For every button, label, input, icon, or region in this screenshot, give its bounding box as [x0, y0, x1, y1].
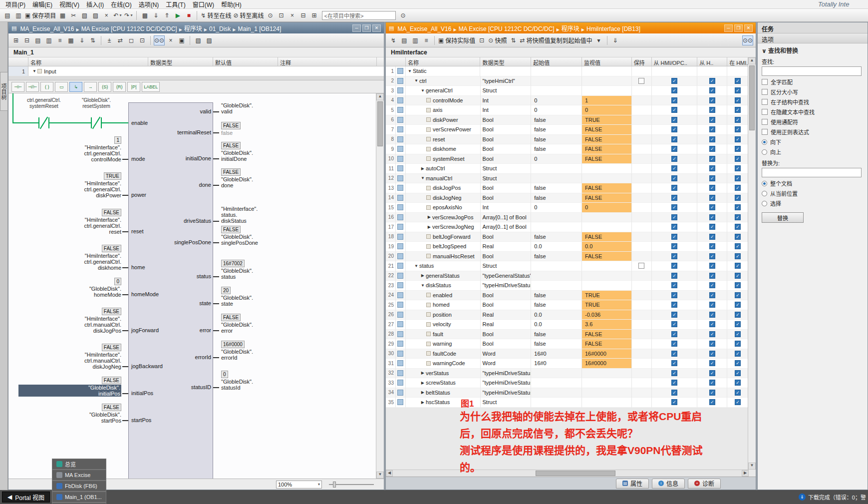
column-header[interactable]: 从 H..	[697, 57, 727, 66]
name-cell[interactable]: verScrewPower	[406, 125, 481, 135]
minimize-icon[interactable]: ─	[352, 24, 361, 32]
hmi-accessible-checkbox[interactable]: ✓	[671, 390, 677, 396]
datatype-cell[interactable]: Bool	[481, 232, 532, 242]
start-value-cell[interactable]: false	[531, 339, 582, 349]
start-value-cell[interactable]	[531, 378, 582, 388]
datatype-cell[interactable]: Bool	[481, 125, 532, 135]
chevron-right-icon[interactable]: ▶	[420, 273, 426, 278]
hmi-accessible-checkbox[interactable]: ✓	[671, 302, 677, 308]
name-cell[interactable]: ▼status	[406, 261, 481, 271]
go-online-button[interactable]: ↯转至在线	[200, 10, 232, 20]
interface-row-input[interactable]: 1▼Input	[8, 66, 384, 76]
monitor-value-cell[interactable]: -0.036	[582, 310, 632, 320]
table-row[interactable]: 13diskJogPosBoolfalseFALSE✓✓✓	[386, 183, 749, 193]
radio-button[interactable]	[762, 149, 767, 155]
taskbar-item[interactable]: MA Excise	[52, 470, 106, 481]
hmi-writable-checkbox[interactable]: ✓	[709, 282, 715, 288]
name-cell[interactable]: diskhome	[406, 144, 481, 154]
hmi-writable-checkbox[interactable]: ✓	[709, 253, 715, 259]
chevron-right-icon[interactable]: ▶	[420, 400, 426, 405]
start-value-cell[interactable]	[531, 369, 582, 379]
checkbox[interactable]	[762, 79, 768, 85]
column-header[interactable]: 名称	[406, 57, 481, 66]
nc-contact[interactable]	[91, 117, 102, 128]
table-row[interactable]: 30faultCodeWord16#016#0000✓✓✓	[386, 349, 749, 359]
hmi-writable-checkbox[interactable]: ✓	[709, 204, 715, 210]
datatype-cell[interactable]: "typeHmiCtrl"	[481, 76, 532, 86]
print-icon[interactable]: ▦	[57, 10, 67, 20]
operand-valid[interactable]: "GlobleDisk".valid	[221, 102, 301, 114]
table-row[interactable]: 15eposAxisNoInt00✓✓✓	[386, 203, 749, 213]
table-row[interactable]: 24enabledBoolfalseTRUE✓✓✓	[386, 291, 749, 301]
name-cell[interactable]: reset	[406, 135, 481, 145]
hmi-visible-checkbox[interactable]: ✓	[735, 87, 741, 93]
datatype-cell[interactable]: Bool	[481, 193, 532, 203]
breadcrumb-item[interactable]: MA_Excise_All_V16	[397, 25, 451, 32]
hmi-visible-checkbox[interactable]: ✓	[735, 312, 741, 318]
menu-item[interactable]: 帮助(H)	[218, 1, 245, 8]
hmi-visible-checkbox[interactable]: ✓	[735, 351, 741, 357]
redo-icon[interactable]: ↷▾	[123, 10, 133, 20]
hmi-writable-checkbox[interactable]: ✓	[709, 185, 715, 191]
table-row[interactable]: 10systemResetBool0FALSE✓✓✓	[386, 154, 749, 164]
insert-network-icon[interactable]: ⊞	[11, 35, 21, 45]
start-value-cell[interactable]: false	[531, 144, 582, 154]
datatype-cell[interactable]: Word	[481, 359, 532, 369]
datatype-cell[interactable]: "typeGeneralStatus"	[481, 271, 532, 281]
name-cell[interactable]: velocity	[406, 320, 481, 330]
tab-诊断[interactable]: +诊断	[688, 479, 721, 489]
name-cell[interactable]: warningCode	[406, 359, 481, 369]
start-value-cell[interactable]: 0.0	[531, 310, 582, 320]
name-cell[interactable]: ▶verStatus	[406, 369, 481, 379]
scroll-right-icon[interactable]: ▶	[742, 470, 749, 477]
table-row[interactable]: 17▶verScrewJogNegArray[0..1] of Bool✓✓✓	[386, 222, 749, 232]
table-row[interactable]: 16▶verScrewJogPosArray[0..1] of Bool✓✓✓	[386, 213, 749, 223]
float-icon[interactable]: ❐	[362, 24, 371, 32]
menu-item[interactable]: 工具(T)	[162, 1, 189, 8]
hmi-visible-checkbox[interactable]: ✓	[735, 126, 741, 132]
table-row[interactable]: 34▶beltStatus"typeHmiDriveStatus"✓✓✓	[386, 388, 749, 398]
table-row[interactable]: 28faultBoolfalseFALSE✓✓✓	[386, 330, 749, 340]
no-contact-icon[interactable]: ⊣⊢	[11, 82, 24, 92]
breadcrumb-item[interactable]: MA_Excise_All_V16	[20, 25, 74, 32]
table-row[interactable]: 27velocityReal0.03.6✓✓✓	[386, 320, 749, 330]
expand-all-icon[interactable]: ≡	[421, 35, 431, 45]
menu-item[interactable]: 插入(I)	[83, 1, 107, 8]
chevron-right-icon[interactable]: ▶	[426, 225, 432, 229]
nc-contact-icon[interactable]: ⊣/⊢	[26, 82, 39, 92]
hmi-visible-checkbox[interactable]: ✓	[735, 273, 741, 279]
taskbar-item[interactable]: Main_1 (OB1...	[52, 492, 106, 503]
operand-initialPos[interactable]: FALSE"GlobleDisk".initialPos	[18, 377, 121, 397]
operand-reset[interactable]: FALSE"HmiInterface".ctrl.generalCtrl.res…	[18, 209, 121, 235]
close-branch-icon[interactable]: →	[84, 82, 97, 92]
start-value-cell[interactable]: 0	[531, 203, 582, 213]
datatype-cell[interactable]: Bool	[481, 291, 532, 301]
tab-属性[interactable]: ▤属性	[616, 479, 649, 489]
table-row[interactable]: 25homedBoolfalseTRUE✓✓✓	[386, 300, 749, 310]
hmi-writable-checkbox[interactable]: ✓	[709, 78, 715, 84]
hmi-visible-checkbox[interactable]: ✓	[735, 107, 741, 113]
column-header[interactable]: 从 HMI/OPC..	[652, 57, 698, 66]
checkbox[interactable]	[762, 99, 768, 105]
operand-error[interactable]: FALSE"GlobleDisk".error	[221, 314, 301, 334]
start-value-cell[interactable]: false	[531, 115, 582, 125]
jump-label-icon[interactable]: LABEL	[142, 82, 160, 92]
hmi-writable-checkbox[interactable]: ✓	[709, 214, 715, 220]
name-cell[interactable]: axis	[406, 105, 481, 115]
hmi-writable-checkbox[interactable]: ✓	[709, 117, 715, 123]
hmi-writable-checkbox[interactable]: ✓	[709, 263, 715, 269]
name-cell[interactable]: ▼manualCtrl	[406, 174, 481, 184]
start-value-cell[interactable]: 0	[531, 154, 582, 164]
name-cell[interactable]: diskPower	[406, 115, 481, 125]
hmi-writable-checkbox[interactable]: ✓	[709, 360, 715, 366]
checkbox[interactable]	[762, 109, 768, 115]
checkbox[interactable]	[762, 119, 768, 125]
start-value-cell[interactable]: false	[531, 252, 582, 262]
find-input[interactable]	[762, 66, 862, 76]
name-cell[interactable]: ▶generalStatus	[406, 271, 481, 281]
scroll-down-icon[interactable]: ▼	[748, 463, 756, 470]
hmi-visible-checkbox[interactable]: ✓	[735, 185, 741, 191]
compile-icon[interactable]: ▩	[140, 10, 150, 20]
replace-input[interactable]	[762, 168, 862, 177]
hmi-accessible-checkbox[interactable]: ✓	[671, 282, 677, 288]
